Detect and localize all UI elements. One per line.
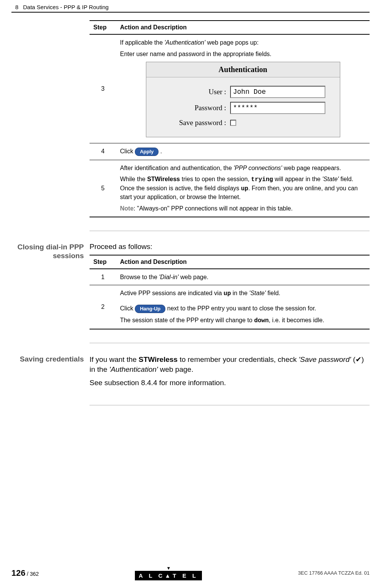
col-step: Step [90,255,116,269]
text: Click [120,305,133,312]
text: to remember your credentials, check [178,355,299,363]
chapter-header: 8 Data Services - PPP & IP Routing [11,0,370,13]
save-password-checkbox[interactable] [230,120,236,126]
document-reference: 3EC 17766 AAAA TCZZA Ed. 01 [298,570,370,576]
text: ( [351,355,355,363]
steps-table-1: Step Action and Description 3 If applica… [90,20,370,217]
text-mono: up [224,290,231,297]
col-step: Step [90,21,116,34]
user-input[interactable] [230,86,325,98]
text: web page. [179,274,208,280]
text: If you want the [90,355,139,363]
text: web page. [158,365,193,373]
text: tries to open the session, [180,176,251,182]
section-heading-saving: Saving credentials [11,355,90,392]
text-mono: down [254,317,269,324]
step-number: 2 [90,285,116,329]
text-bold: STWireless [147,176,180,182]
text: will appear in the [273,176,322,182]
table-row: 3 If applicable the 'Authentication' web… [90,34,370,143]
checkmark-icon: ✔ [355,355,362,363]
text-bold: STWireless [139,355,178,363]
text: web page reappears. [282,165,341,171]
chapter-title: Data Services - PPP & IP Routing [23,4,109,10]
lead-text: Proceed as follows: [90,243,370,251]
apply-button[interactable]: Apply [135,148,158,156]
text: See subsection 8.4.4 for more informatio… [90,378,370,388]
text: in the [231,290,249,296]
step-number: 4 [90,143,116,160]
text: field. [266,290,280,296]
section-divider [90,405,370,405]
section-divider [90,343,370,343]
logo-text: T E L [173,572,198,579]
section-divider [90,231,370,231]
text: After identification and authentication,… [120,165,234,171]
auth-title: Authentication [146,62,340,77]
table-row: 2 Active PPP sessions are indicated via … [90,285,370,329]
text: The session state of the PPP entry will … [120,317,254,323]
text: Browse to the [120,274,159,280]
table-row: 4 Click Apply . [90,143,370,160]
text: . [160,148,162,154]
logo-text: A L C [139,572,165,579]
text-italic: 'State' [249,290,266,296]
text: While the [120,176,147,182]
step-number: 1 [90,269,116,285]
step-number: 5 [90,160,116,217]
text-italic: 'PPP connections' [234,165,282,171]
text-mono: trying [251,176,273,183]
note-text: : "Always-on" PPP connections will not a… [134,205,293,212]
page-footer: 126 / 362 ▼ A L C▲T E L 3EC 17766 AAAA T… [11,566,370,580]
password-label: Password : [154,103,230,113]
triangle-icon: ▼ [135,566,202,571]
authentication-panel: Authentication User : Password : [146,62,340,137]
brand-logo: ▼ A L C▲T E L [135,566,202,580]
text-italic: 'Authentication' [109,365,158,373]
password-input[interactable] [230,102,325,114]
text: next to the PPP entry you want to close … [167,305,316,312]
steps-table-2: Step Action and Description 1 Browse to … [90,255,370,330]
text-mono: up [241,185,248,192]
col-action: Action and Description [116,255,370,269]
triangle-up-icon: ▲ [165,572,173,579]
chapter-number: 8 [15,4,18,10]
text: Click [120,148,133,154]
col-action: Action and Description [116,21,370,34]
page-total: / 362 [26,571,39,577]
text: Active PPP sessions are indicated via [120,290,224,296]
text-italic: 'State' [322,176,339,182]
text: Enter user name and password in the appr… [120,50,366,58]
hangup-button[interactable]: Hang-Up [135,305,165,313]
page-current: 126 [11,568,26,578]
text-italic: 'Authentication' [165,39,206,46]
table-row: 5 After identification and authenticatio… [90,160,370,217]
step-number: 3 [90,34,116,143]
text-italic: 'Save password' [299,355,351,363]
text: web page pops up: [205,39,259,46]
user-label: User : [154,87,230,97]
page-number: 126 / 362 [11,568,39,578]
text-italic: 'Dial-in' [159,274,178,280]
section-heading-closing: Closing dial-in PPP sessions [11,243,90,330]
table-row: 1 Browse to the 'Dial-in' web page. [90,269,370,285]
side-label-empty [11,20,90,217]
save-password-label: Save password : [154,118,230,128]
text: , i.e. it becomes idle. [269,317,324,323]
text: If applicable the [120,39,165,46]
note-label: Note [120,205,134,212]
